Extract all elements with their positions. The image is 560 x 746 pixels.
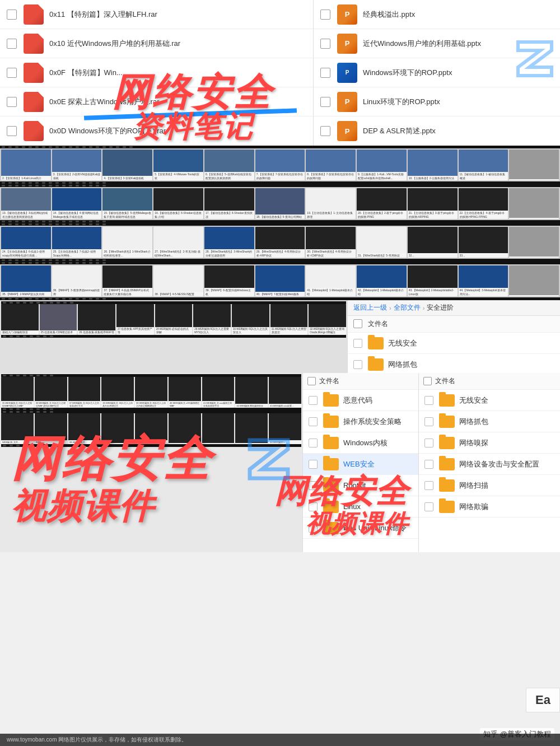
video-thumb[interactable]: 8.【安装系统】7-安装系统包安装存在的故障问题: [306, 150, 356, 180]
folder-checkbox[interactable]: [424, 502, 433, 511]
file-row[interactable]: P Linux环境下的ROP.pptx: [314, 87, 560, 116]
folder-checkbox[interactable]: [424, 417, 433, 426]
folder-checkbox[interactable]: [424, 439, 433, 447]
file-row[interactable]: 0x0D Windows环境下的ROP(下).rar: [0, 116, 313, 146]
inner-folder-row[interactable]: Linux: [303, 496, 418, 517]
file-checkbox[interactable]: [320, 97, 330, 107]
folder-checkbox[interactable]: [309, 481, 318, 490]
folder-row[interactable]: 网络扫描: [419, 475, 560, 496]
file-row[interactable]: P DEP & ASLR简述.pptx: [314, 116, 560, 146]
video-thumb[interactable]: 39.【NMAP】6-配置扫描Windows主机: [204, 265, 254, 296]
video-thumb[interactable]: 32...: [408, 227, 458, 258]
breadcrumb-back[interactable]: 返回上一级: [353, 303, 387, 313]
video-thumb[interactable]: 38.【NMAP】4-5-NESSUS配置: [153, 265, 203, 296]
folder-checkbox[interactable]: [424, 396, 433, 405]
video-thumb[interactable]: 18.【被动信息收集】5-查询公司网站: [255, 188, 305, 219]
inner-folder-row[interactable]: Windows内核: [303, 432, 418, 454]
video-thumb[interactable]: 25.【主动信息收集】7-实战2-侦用Scapy对网络...: [52, 227, 102, 258]
folder-row[interactable]: 网络设备攻击与安全配置: [419, 454, 560, 475]
video-thumb[interactable]: 基础入门-加编程语言: [1, 304, 39, 335]
video-thumb[interactable]: 26.信息收集-采集程序WAF等: [78, 304, 115, 335]
video-thumb[interactable]: 4.【安装系统】3-安装Kali虚拟机: [102, 150, 152, 180]
video-thumb[interactable]: [202, 413, 235, 444]
video-thumb[interactable]: 3.【安装系统】2-使用VM虚拟器Kali虚拟机: [52, 150, 102, 180]
video-thumb[interactable]: 32.WEB漏洞-SQL注入之查询Oracle,Mongo DB编注: [309, 304, 346, 335]
video-thumb[interactable]: 24.【主动信息收集】6-实战1-使用scapy库对网络包进行高级...: [1, 227, 51, 258]
folder-checkbox[interactable]: [309, 524, 318, 533]
video-thumb[interactable]: [509, 188, 559, 219]
folder-checkbox[interactable]: [353, 339, 362, 348]
video-thumb[interactable]: 31.【WireShark抓包】5-常用协议: [357, 227, 407, 258]
folder-checkbox[interactable]: [309, 502, 318, 511]
file-checkbox[interactable]: [7, 39, 17, 49]
video-thumb[interactable]: WEB漏 洞-文件...: [1, 413, 34, 444]
file-row[interactable]: P 经典栈溢出.pptx: [314, 0, 560, 29]
folder-checkbox[interactable]: [309, 417, 318, 426]
video-thumb[interactable]: 25.信息收集-CDN绕过技术: [40, 304, 77, 335]
video-thumb[interactable]: 5.【安装系统】4-VMware-Tools的安装: [153, 150, 203, 180]
video-thumb[interactable]: 9.【云服务器】1-Kali...VM-Tools实验配置sshd服务并使用xs…: [357, 150, 407, 180]
video-thumb[interactable]: 27.信息收集-APP及其他资产等: [116, 304, 154, 335]
folder-checkbox[interactable]: [353, 360, 362, 369]
video-thumb[interactable]: 42.【Metasploit】1-Metasploit基本介绍: [357, 265, 407, 296]
video-thumb[interactable]: 7.【安装系统】7-安装系统包安装存在的故障问题: [255, 150, 305, 180]
video-thumb[interactable]: 30.WEB漏洞-SQL注入之注及安全入: [232, 304, 269, 335]
video-thumb[interactable]: 3B.WEB漏洞-文...: [68, 413, 101, 444]
folder-row[interactable]: 网络抓包: [419, 411, 560, 432]
folder-row[interactable]: 网络嗅探: [419, 432, 560, 454]
folder-checkbox[interactable]: [424, 481, 433, 490]
inner-folder-row[interactable]: 操作系统安全策略: [303, 411, 418, 432]
folder-checkbox[interactable]: [424, 460, 433, 469]
file-row[interactable]: 0x11 【特别篇】深入理解LFH.rar: [0, 0, 313, 29]
folder-row[interactable]: 无线安全: [419, 390, 560, 411]
video-thumb[interactable]: 35.WEB漏洞-文-SQL注入之报告WAP绕过注入WAF: [1, 377, 34, 408]
video-thumb[interactable]: 41.【Metasploit】1-Metasploit基本介绍: [306, 265, 356, 296]
file-checkbox[interactable]: [7, 97, 17, 107]
video-thumb[interactable]: 10.【云服务器】2-云服务器使用方法: [408, 150, 458, 180]
video-thumb[interactable]: [169, 413, 201, 444]
video-thumb[interactable]: 38.WEB漏洞-文-SQL注入上传及白名单绕过注: [101, 377, 134, 408]
video-thumb[interactable]: 6.【安装系统】5-使用Kali在线安装包配置源以及换源原因: [204, 150, 254, 180]
folder-row[interactable]: 无线安全: [348, 333, 560, 354]
video-thumb[interactable]: 44.WEB漏洞 s...: [269, 413, 301, 444]
video-thumb[interactable]: 22.【主动信息收集】4-基于ping命令的探测-HPING-FPING: [459, 188, 508, 219]
video-thumb[interactable]: 19.【主动信息收集】1-主动信息收集原理: [306, 188, 356, 219]
video-thumb[interactable]: WEB...: [35, 413, 67, 444]
video-thumb[interactable]: 33...: [459, 227, 508, 258]
video-thumb[interactable]: 30.【WireShark抓包】4-常用协议分析-ICMP协议: [306, 227, 356, 258]
video-thumb[interactable]: 43.WEB漏洞 cms设置...: [269, 377, 301, 408]
folder-row[interactable]: 网络欺骗: [419, 496, 560, 517]
file-checkbox[interactable]: [320, 68, 330, 78]
video-thumb[interactable]: 28.WEB漏洞-必知必会的点讲解: [155, 304, 193, 335]
file-checkbox[interactable]: [320, 126, 330, 136]
video-thumb[interactable]: [509, 265, 559, 296]
video-thumb[interactable]: 13.【被动信息收集】3-知名网站的域名注册信息查阅资源信息: [1, 188, 51, 219]
inner-folder-row[interactable]: 恶意代码: [303, 390, 418, 411]
video-thumb[interactable]: 20.【主动信息收集】2-基于ping命令的探测-PING: [357, 188, 407, 219]
video-thumb[interactable]: 28.【WireShark抓包】3-WireShark的分析过滤器使用: [204, 227, 254, 258]
breadcrumb-all[interactable]: 全部文件: [394, 303, 421, 313]
video-thumb[interactable]: WEB漏洞-3-反....: [135, 413, 167, 444]
video-thumb[interactable]: 11.【被动信息收集】1-被动信息收集概述: [459, 150, 508, 180]
file-checkbox[interactable]: [7, 126, 17, 136]
video-thumb[interactable]: 16.【被动信息收集】6-Shodan信息收集-介绍: [153, 188, 203, 219]
video-thumb[interactable]: 27.【WireShark抓包】2-常见功能-基础WireShark...: [153, 227, 203, 258]
video-thumb[interactable]: 36.WEB漏洞-文-SQL注入之绕过WAF及SQLMAP过注: [35, 377, 67, 408]
inner-folder-row[interactable]: Dos Unix Linux命令: [303, 517, 418, 539]
video-thumb[interactable]: [101, 413, 134, 444]
folder-row[interactable]: 网络抓包: [348, 354, 560, 375]
file-checkbox[interactable]: [320, 39, 330, 49]
video-thumb[interactable]: 26.【WireShark抓包】1-WireShark介绍和抓包准理...: [102, 227, 152, 258]
video-thumb[interactable]: 41.WEB漏洞-文-xss漏洞之间 分类及发技手法: [202, 377, 235, 408]
video-thumb[interactable]: 14.【被动信息收集】4-查询网站信息Maltego收集子域名信息: [52, 188, 102, 219]
folder-checkbox[interactable]: [309, 396, 318, 405]
video-thumb[interactable]: 31.WEB漏洞-SQL注入之类型及提交: [270, 304, 308, 335]
video-thumb[interactable]: [509, 227, 559, 258]
file-checkbox[interactable]: [7, 68, 17, 78]
inner-folder-row[interactable]: Rootkit: [303, 475, 418, 496]
header-checkbox[interactable]: [353, 319, 362, 328]
video-thumb[interactable]: 15.【被动信息收集】5-使用Maltego收集子查询-邮邮件域名信息: [102, 188, 152, 219]
inner-folder-row-selected[interactable]: WEB安全: [303, 454, 418, 475]
video-thumb[interactable]: 37.WEB漏洞-文-SQL注入之内容及进行方式: [68, 377, 101, 408]
inner-checkbox[interactable]: [307, 377, 316, 385]
